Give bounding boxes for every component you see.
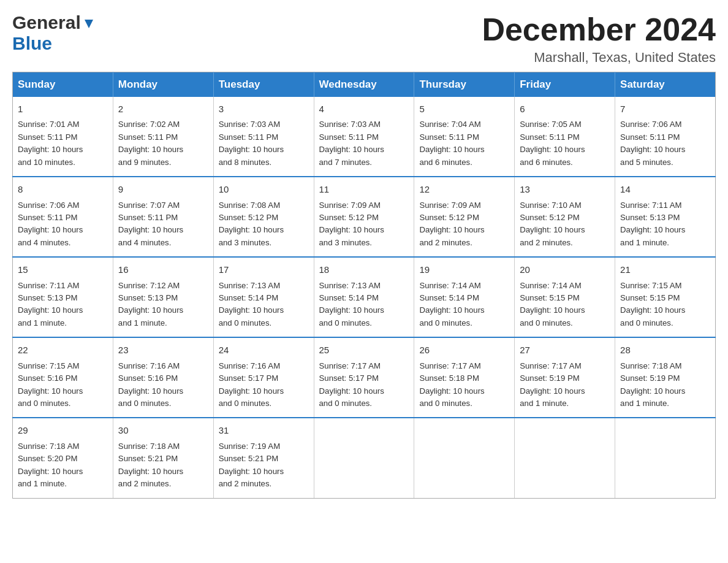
table-row: 4 Sunrise: 7:03 AM Sunset: 5:11 PM Dayli… — [314, 97, 414, 177]
table-row: 20 Sunrise: 7:14 AM Sunset: 5:15 PM Dayl… — [515, 257, 615, 337]
day-info: Sunrise: 7:09 AM Sunset: 5:12 PM Dayligh… — [419, 199, 509, 250]
table-row: 31 Sunrise: 7:19 AM Sunset: 5:21 PM Dayl… — [213, 418, 314, 498]
title-section: December 2024 Marshall, Texas, United St… — [482, 12, 716, 66]
calendar-week-row: 8 Sunrise: 7:06 AM Sunset: 5:11 PM Dayli… — [13, 177, 716, 257]
main-title: December 2024 — [482, 12, 716, 47]
day-info: Sunrise: 7:16 AM Sunset: 5:17 PM Dayligh… — [219, 360, 309, 410]
table-row — [615, 418, 716, 498]
logo-triangle-icon — [82, 17, 96, 31]
table-row: 12 Sunrise: 7:09 AM Sunset: 5:12 PM Dayl… — [414, 177, 515, 257]
day-info: Sunrise: 7:15 AM Sunset: 5:15 PM Dayligh… — [620, 280, 710, 330]
day-number: 18 — [319, 262, 409, 277]
day-number: 11 — [319, 182, 409, 196]
table-row: 27 Sunrise: 7:17 AM Sunset: 5:19 PM Dayl… — [515, 337, 615, 418]
table-row: 6 Sunrise: 7:05 AM Sunset: 5:11 PM Dayli… — [515, 97, 615, 177]
day-info: Sunrise: 7:18 AM Sunset: 5:19 PM Dayligh… — [620, 360, 710, 410]
day-number: 15 — [18, 262, 108, 277]
table-row: 7 Sunrise: 7:06 AM Sunset: 5:11 PM Dayli… — [615, 97, 716, 177]
day-number: 17 — [219, 262, 309, 277]
table-row: 23 Sunrise: 7:16 AM Sunset: 5:16 PM Dayl… — [113, 337, 213, 418]
day-number: 29 — [18, 423, 108, 437]
table-row: 18 Sunrise: 7:13 AM Sunset: 5:14 PM Dayl… — [314, 257, 414, 337]
table-row: 21 Sunrise: 7:15 AM Sunset: 5:15 PM Dayl… — [615, 257, 716, 337]
calendar-week-row: 1 Sunrise: 7:01 AM Sunset: 5:11 PM Dayli… — [13, 97, 716, 177]
day-number: 14 — [620, 182, 710, 196]
header-tuesday: Tuesday — [213, 72, 314, 98]
table-row: 24 Sunrise: 7:16 AM Sunset: 5:17 PM Dayl… — [213, 337, 314, 418]
day-number: 24 — [219, 343, 309, 357]
table-row — [314, 418, 414, 498]
day-info: Sunrise: 7:06 AM Sunset: 5:11 PM Dayligh… — [18, 199, 108, 250]
calendar-header-row: Sunday Monday Tuesday Wednesday Thursday… — [13, 72, 716, 98]
table-row: 16 Sunrise: 7:12 AM Sunset: 5:13 PM Dayl… — [113, 257, 213, 337]
day-info: Sunrise: 7:14 AM Sunset: 5:14 PM Dayligh… — [419, 280, 509, 330]
table-row: 19 Sunrise: 7:14 AM Sunset: 5:14 PM Dayl… — [414, 257, 515, 337]
table-row — [515, 418, 615, 498]
day-number: 31 — [219, 423, 309, 437]
table-row: 5 Sunrise: 7:04 AM Sunset: 5:11 PM Dayli… — [414, 97, 515, 177]
day-info: Sunrise: 7:10 AM Sunset: 5:12 PM Dayligh… — [520, 199, 610, 250]
day-number: 20 — [520, 262, 610, 277]
svg-marker-0 — [85, 20, 93, 28]
header-friday: Friday — [515, 72, 615, 98]
day-number: 27 — [520, 343, 610, 357]
day-info: Sunrise: 7:17 AM Sunset: 5:19 PM Dayligh… — [520, 360, 610, 410]
day-info: Sunrise: 7:15 AM Sunset: 5:16 PM Dayligh… — [18, 360, 108, 410]
day-info: Sunrise: 7:02 AM Sunset: 5:11 PM Dayligh… — [118, 118, 208, 169]
day-info: Sunrise: 7:11 AM Sunset: 5:13 PM Dayligh… — [18, 280, 108, 330]
day-info: Sunrise: 7:09 AM Sunset: 5:12 PM Dayligh… — [319, 199, 409, 250]
day-info: Sunrise: 7:18 AM Sunset: 5:21 PM Dayligh… — [118, 440, 208, 491]
table-row: 22 Sunrise: 7:15 AM Sunset: 5:16 PM Dayl… — [13, 337, 113, 418]
table-row: 25 Sunrise: 7:17 AM Sunset: 5:17 PM Dayl… — [314, 337, 414, 418]
table-row: 30 Sunrise: 7:18 AM Sunset: 5:21 PM Dayl… — [113, 418, 213, 498]
day-number: 3 — [219, 102, 309, 116]
day-info: Sunrise: 7:08 AM Sunset: 5:12 PM Dayligh… — [219, 199, 309, 250]
header-monday: Monday — [113, 72, 213, 98]
day-number: 16 — [118, 262, 208, 277]
day-info: Sunrise: 7:13 AM Sunset: 5:14 PM Dayligh… — [319, 280, 409, 330]
logo: General Blue — [12, 12, 96, 54]
day-info: Sunrise: 7:19 AM Sunset: 5:21 PM Dayligh… — [219, 440, 309, 491]
day-info: Sunrise: 7:18 AM Sunset: 5:20 PM Dayligh… — [18, 440, 108, 491]
calendar-week-row: 29 Sunrise: 7:18 AM Sunset: 5:20 PM Dayl… — [13, 418, 716, 498]
day-info: Sunrise: 7:16 AM Sunset: 5:16 PM Dayligh… — [118, 360, 208, 410]
table-row: 17 Sunrise: 7:13 AM Sunset: 5:14 PM Dayl… — [213, 257, 314, 337]
calendar-table: Sunday Monday Tuesday Wednesday Thursday… — [12, 72, 716, 498]
day-number: 22 — [18, 343, 108, 357]
day-number: 1 — [18, 102, 108, 116]
table-row: 2 Sunrise: 7:02 AM Sunset: 5:11 PM Dayli… — [113, 97, 213, 177]
day-info: Sunrise: 7:17 AM Sunset: 5:17 PM Dayligh… — [319, 360, 409, 410]
day-number: 8 — [18, 182, 108, 196]
header-thursday: Thursday — [414, 72, 515, 98]
logo-general-text: General — [12, 12, 81, 33]
day-number: 13 — [520, 182, 610, 196]
table-row: 15 Sunrise: 7:11 AM Sunset: 5:13 PM Dayl… — [13, 257, 113, 337]
day-info: Sunrise: 7:04 AM Sunset: 5:11 PM Dayligh… — [419, 118, 509, 169]
day-number: 25 — [319, 343, 409, 357]
table-row — [414, 418, 515, 498]
day-info: Sunrise: 7:05 AM Sunset: 5:11 PM Dayligh… — [520, 118, 610, 169]
calendar-week-row: 22 Sunrise: 7:15 AM Sunset: 5:16 PM Dayl… — [13, 337, 716, 418]
day-info: Sunrise: 7:01 AM Sunset: 5:11 PM Dayligh… — [18, 118, 108, 169]
day-number: 12 — [419, 182, 509, 196]
day-info: Sunrise: 7:14 AM Sunset: 5:15 PM Dayligh… — [520, 280, 610, 330]
logo-blue-text: Blue — [12, 33, 52, 53]
day-number: 9 — [118, 182, 208, 196]
day-info: Sunrise: 7:03 AM Sunset: 5:11 PM Dayligh… — [319, 118, 409, 169]
day-info: Sunrise: 7:03 AM Sunset: 5:11 PM Dayligh… — [219, 118, 309, 169]
day-info: Sunrise: 7:06 AM Sunset: 5:11 PM Dayligh… — [620, 118, 710, 169]
day-number: 28 — [620, 343, 710, 357]
table-row: 3 Sunrise: 7:03 AM Sunset: 5:11 PM Dayli… — [213, 97, 314, 177]
day-info: Sunrise: 7:11 AM Sunset: 5:13 PM Dayligh… — [620, 199, 710, 250]
day-number: 30 — [118, 423, 208, 437]
table-row: 13 Sunrise: 7:10 AM Sunset: 5:12 PM Dayl… — [515, 177, 615, 257]
day-number: 10 — [219, 182, 309, 196]
day-number: 26 — [419, 343, 509, 357]
day-number: 2 — [118, 102, 208, 116]
header-wednesday: Wednesday — [314, 72, 414, 98]
header-saturday: Saturday — [615, 72, 716, 98]
page-header: General Blue December 2024 Marshall, Tex… — [12, 12, 716, 66]
table-row: 9 Sunrise: 7:07 AM Sunset: 5:11 PM Dayli… — [113, 177, 213, 257]
day-number: 6 — [520, 102, 610, 116]
day-number: 4 — [319, 102, 409, 116]
